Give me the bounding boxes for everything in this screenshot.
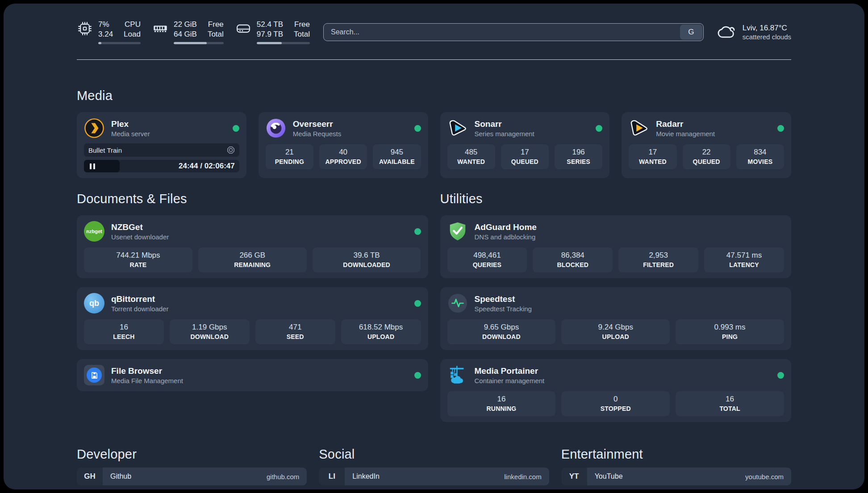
cpu-label: CPU xyxy=(124,20,141,29)
cpu-usage-value: 7% xyxy=(98,20,113,29)
status-dot xyxy=(233,125,239,132)
app-card-portainer[interactable]: Media Portainer Container management 16 … xyxy=(440,359,792,422)
stat-upload: 618.52 Mbps UPLOAD xyxy=(341,319,421,344)
status-dot xyxy=(596,125,602,132)
stat-movies: 834 MOVIES xyxy=(736,144,784,169)
bookmark-abbr: GH xyxy=(77,468,103,485)
disk-free-label: Free xyxy=(294,20,310,29)
session-settings-icon[interactable] xyxy=(227,146,235,154)
bookmark-abbr: YT xyxy=(561,468,587,485)
app-card-plex[interactable]: Plex Media server Bullet Train xyxy=(77,112,246,178)
cloud-icon xyxy=(717,22,737,42)
stat-seed: 471 SEED xyxy=(255,319,335,344)
app-description: Media server xyxy=(111,130,150,138)
app-description: Usenet downloader xyxy=(111,233,169,241)
cpu-load-label: Load xyxy=(124,29,141,39)
app-description: Movie management xyxy=(656,130,715,138)
app-name: Speedtest xyxy=(475,294,532,304)
disk-metric: 52.4 TB 97.9 TB Free Total xyxy=(235,20,310,44)
portainer-icon xyxy=(447,365,468,385)
system-metrics: 7% 3.24 CPU Load xyxy=(77,20,310,44)
section-title-social: Social xyxy=(319,447,549,462)
section-title-entertainment: Entertainment xyxy=(561,447,791,462)
app-description: DNS and adblocking xyxy=(475,233,537,241)
stat-download: 9.65 Gbps DOWNLOAD xyxy=(447,319,556,344)
ram-progress-bar xyxy=(174,42,224,44)
app-description: Series management xyxy=(475,130,534,138)
stat-downloaded: 39.6 TB DOWNLOADED xyxy=(313,247,421,272)
pause-button[interactable] xyxy=(84,160,120,172)
stat-series: 196 SERIES xyxy=(555,144,602,169)
section-title-documents: Documents & Files xyxy=(77,192,428,206)
sonarr-icon xyxy=(447,118,468,138)
stat-ping: 0.993 ms PING xyxy=(676,319,784,344)
app-description: Speedtest Tracking xyxy=(475,305,532,313)
app-card-speedtest[interactable]: Speedtest Speedtest Tracking 9.65 Gbps D… xyxy=(440,287,792,350)
stat-rate: 744.21 Mbps RATE xyxy=(84,247,192,272)
ram-metric: 22 GiB 64 GiB Free Total xyxy=(152,20,224,44)
app-description: Torrent downloader xyxy=(111,305,168,313)
playback-time: 24:44 / 02:06:47 xyxy=(179,162,235,171)
nzbget-icon: nzbget xyxy=(84,221,104,242)
disk-total-label: Total xyxy=(294,29,310,39)
stat-wanted: 485 WANTED xyxy=(447,144,495,169)
app-card-radarr[interactable]: Radarr Movie management 17 WANTED 22 QUE… xyxy=(622,112,791,178)
app-name: qBittorrent xyxy=(111,294,168,304)
stat-queued: 22 QUEUED xyxy=(683,144,730,169)
app-description: Media File Management xyxy=(111,377,183,384)
search-bar: G xyxy=(323,23,704,41)
stat-queued: 17 QUEUED xyxy=(501,144,549,169)
bookmark-name: YouTube xyxy=(595,472,623,480)
stat-leech: 16 LEECH xyxy=(84,319,164,344)
bookmark-linkedin[interactable]: LI LinkedIn linkedin.com xyxy=(319,468,549,485)
app-description: Media Requests xyxy=(293,130,341,138)
overseerr-icon xyxy=(266,118,286,138)
weather-condition: scattered clouds xyxy=(743,33,791,41)
app-name: Media Portainer xyxy=(475,366,545,376)
search-provider-button[interactable]: G xyxy=(680,25,702,40)
bookmark-url: github.com xyxy=(267,473,299,480)
bookmark-url: linkedin.com xyxy=(504,473,541,480)
app-card-sonarr[interactable]: Sonarr Series management 485 WANTED 17 Q… xyxy=(440,112,610,178)
status-dot xyxy=(414,300,421,307)
app-name: Radarr xyxy=(656,119,715,129)
stat-filtered: 2,953 FILTERED xyxy=(618,247,698,272)
app-card-overseerr[interactable]: Overseerr Media Requests 21 PENDING 40 A… xyxy=(259,112,428,178)
app-card-filebrowser[interactable]: File Browser Media File Management xyxy=(77,359,428,391)
filebrowser-icon xyxy=(84,365,104,385)
dashboard: 7% 3.24 CPU Load xyxy=(4,4,864,489)
bookmark-youtube[interactable]: YT YouTube youtube.com xyxy=(561,468,791,485)
stat-total: 16 TOTAL xyxy=(676,391,784,416)
weather-widget: Lviv, 16.87°C scattered clouds xyxy=(717,22,791,42)
app-card-nzbget[interactable]: nzbget NZBGet Usenet downloader 744.21 M… xyxy=(77,215,428,278)
status-dot xyxy=(414,125,421,132)
section-title-media: Media xyxy=(77,88,791,103)
app-card-qbittorrent[interactable]: qb qBittorrent Torrent downloader 16 LEE… xyxy=(77,287,428,350)
cpu-progress-bar xyxy=(98,42,141,44)
radarr-icon xyxy=(629,118,649,138)
now-playing-title: Bullet Train xyxy=(88,146,227,154)
topbar-divider xyxy=(77,59,791,60)
plex-now-playing: Bullet Train 24:44 / 02:06:47 xyxy=(84,143,239,172)
status-dot xyxy=(414,372,421,379)
stat-remaining: 266 GB REMAINING xyxy=(198,247,307,272)
stat-approved: 40 APPROVED xyxy=(319,144,367,169)
search-input[interactable] xyxy=(331,28,680,36)
plex-icon xyxy=(84,118,104,138)
bookmark-github[interactable]: GH Github github.com xyxy=(77,468,307,485)
disk-free-value: 52.4 TB xyxy=(257,20,283,29)
stat-wanted: 17 WANTED xyxy=(629,144,676,169)
stat-queries: 498,461 QUERIES xyxy=(447,247,527,272)
stat-download: 1.19 Gbps DOWNLOAD xyxy=(170,319,250,344)
top-bar: 7% 3.24 CPU Load xyxy=(77,4,791,44)
ram-free-label: Free xyxy=(208,20,224,29)
ram-total-label: Total xyxy=(208,29,224,39)
app-name: Plex xyxy=(111,119,150,129)
app-card-adguard[interactable]: AdGuard Home DNS and adblocking 498,461 … xyxy=(440,215,792,278)
app-name: AdGuard Home xyxy=(475,222,537,232)
cpu-load-value: 3.24 xyxy=(98,29,113,39)
weather-location: Lviv, 16.87°C xyxy=(743,24,791,33)
section-title-utilities: Utilities xyxy=(440,192,792,206)
disk-progress-bar xyxy=(257,42,310,44)
stat-pending: 21 PENDING xyxy=(266,144,313,169)
